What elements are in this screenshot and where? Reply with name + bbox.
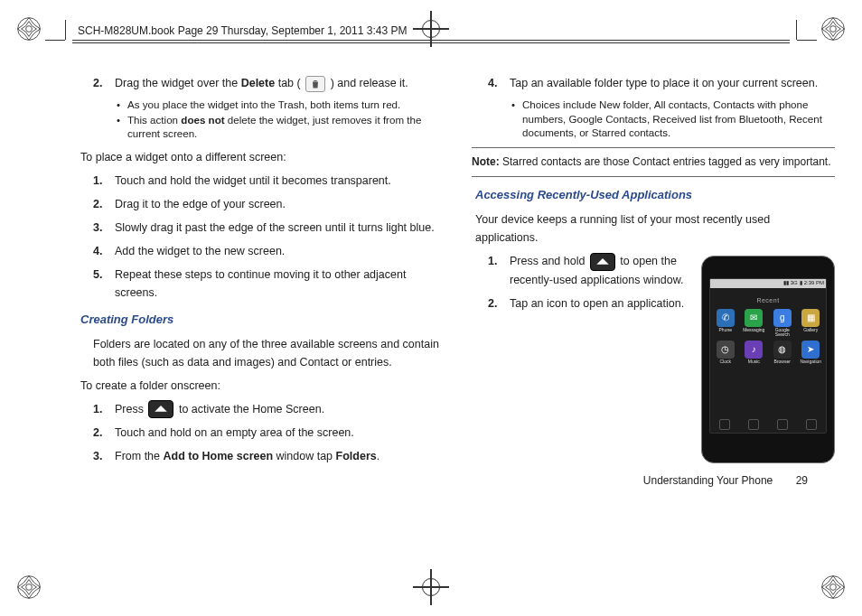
- list-item: 1.Touch and hold the widget until it bec…: [93, 172, 440, 190]
- app-icon: g: [773, 309, 792, 327]
- app-grid: ✆Phone✉MessaginggGoogle Search▦Gallery◷C…: [710, 309, 826, 364]
- list-item: 2.Tap an icon to open an application.: [488, 294, 687, 313]
- app-browser: ◍Browser: [769, 341, 796, 364]
- text: Drag the widget over the: [115, 77, 241, 89]
- crop-mark: [45, 40, 65, 41]
- footer-section: Understanding Your Phone: [643, 474, 773, 487]
- app-icon: ♪: [745, 341, 763, 359]
- delete-label: Delete: [241, 77, 276, 89]
- list-item: 1.Press to activate the Home Screen.: [93, 400, 440, 419]
- home-icon: [148, 400, 173, 418]
- list-item: 3.Slowly drag it past the edge of the sc…: [93, 219, 440, 237]
- bottom-icons: [710, 418, 826, 433]
- list-item: 1.Press and hold to open the recently-us…: [488, 252, 687, 289]
- svg-point-7: [830, 584, 837, 591]
- app-label: Messaging: [743, 328, 764, 332]
- divider: [472, 147, 835, 148]
- app-label: Browser: [774, 359, 791, 364]
- status-bar: ▮▮ 3G ▮ 2:39 PM: [710, 279, 826, 288]
- app-icon: ◷: [717, 341, 735, 359]
- list-item: 4.Add the widget to the new screen.: [93, 242, 440, 260]
- svg-point-1: [26, 26, 33, 33]
- app-messaging: ✉Messaging: [741, 309, 768, 337]
- bullet-item: This action does not delete the widget, …: [117, 113, 440, 141]
- app-icon: ▦: [801, 309, 820, 327]
- app-label: Navigation: [800, 359, 821, 364]
- recent-label: Recent: [710, 295, 826, 305]
- svg-point-3: [830, 26, 837, 33]
- app-icon: ✉: [745, 309, 763, 327]
- phone-mockup: ▮▮ 3G ▮ 2:39 PM Recent ✆Phone✉Messagingg…: [701, 256, 835, 463]
- threeg-icon: 3G: [791, 279, 798, 288]
- app-google-search: gGoogle Search: [769, 309, 796, 337]
- paragraph: To place a widget onto a different scree…: [80, 148, 440, 166]
- battery-icon: ▮: [800, 279, 802, 288]
- app-phone: ✆Phone: [712, 309, 739, 337]
- status-time: 2:39 PM: [804, 279, 824, 288]
- crop-mark: [796, 20, 797, 40]
- ornament-top-left: [16, 16, 42, 42]
- list-item: 2. Drag the widget over the Delete tab (…: [93, 74, 440, 92]
- app-navigation: ➤Navigation: [798, 341, 825, 364]
- page-content: 2. Drag the widget over the Delete tab (…: [77, 72, 835, 562]
- ornament-bottom-left: [16, 574, 42, 600]
- list-item: 4.Tap an available folder type to place …: [488, 74, 835, 92]
- bullet-item: Choices include New folder, All contacts…: [511, 98, 835, 140]
- list-item: 3.From the Add to Home screen window tap…: [93, 447, 440, 465]
- divider: [472, 176, 835, 177]
- app-label: Gallery: [803, 328, 818, 332]
- svg-point-5: [26, 584, 33, 591]
- home-icon: [590, 253, 615, 271]
- paragraph: To create a folder onscreen:: [80, 377, 440, 395]
- paragraph: Folders are located on any of the three …: [93, 335, 440, 371]
- page-number: 29: [796, 474, 808, 487]
- left-column: 2. Drag the widget over the Delete tab (…: [77, 72, 440, 562]
- ornament-top-right: [820, 16, 846, 42]
- note: Note: Starred contacts are those Contact…: [472, 154, 835, 171]
- crop-mark: [65, 20, 66, 40]
- app-icon: ✆: [717, 309, 735, 327]
- bullet-item: As you place the widget into the Trash, …: [117, 98, 440, 112]
- header-filename: SCH-M828UM.book Page 29 Thursday, Septem…: [78, 24, 407, 37]
- app-label: Google Search: [769, 328, 796, 337]
- text: tab (: [275, 77, 304, 89]
- heading-accessing-recent: Accessing Recently-Used Applications: [475, 186, 835, 205]
- text: ) and release it.: [327, 77, 408, 89]
- paragraph: Your device keeps a running list of your…: [475, 210, 835, 247]
- heading-creating-folders: Creating Folders: [80, 311, 440, 330]
- header-rule: [72, 40, 790, 43]
- app-label: Phone: [719, 328, 732, 332]
- softkey-icon: [806, 419, 817, 430]
- crop-mark: [797, 40, 817, 41]
- app-label: Clock: [719, 359, 731, 364]
- signal-icon: ▮▮: [783, 279, 789, 288]
- footer: Understanding Your Phone 29: [643, 472, 808, 490]
- ornament-bottom-right: [820, 574, 846, 600]
- phone-screen: ▮▮ 3G ▮ 2:39 PM Recent ✆Phone✉Messagingg…: [709, 278, 827, 434]
- registration-mark: [413, 569, 449, 605]
- app-music: ♪Music: [741, 341, 768, 364]
- list-item: 2.Drag it to the edge of your screen.: [93, 195, 440, 213]
- app-label: Music: [748, 359, 760, 364]
- right-column: 4.Tap an available folder type to place …: [472, 72, 835, 562]
- softkey-icon: [777, 419, 788, 430]
- list-item: 2.Touch and hold on an empty area of the…: [93, 424, 440, 442]
- list-item: 5.Repeat these steps to continue moving …: [93, 266, 440, 302]
- app-clock: ◷Clock: [712, 341, 739, 364]
- trash-icon: [305, 76, 325, 92]
- softkey-icon: [748, 419, 759, 430]
- softkey-icon: [719, 419, 730, 430]
- app-icon: ◍: [773, 341, 792, 359]
- app-icon: ➤: [801, 341, 820, 359]
- app-gallery: ▦Gallery: [798, 309, 825, 337]
